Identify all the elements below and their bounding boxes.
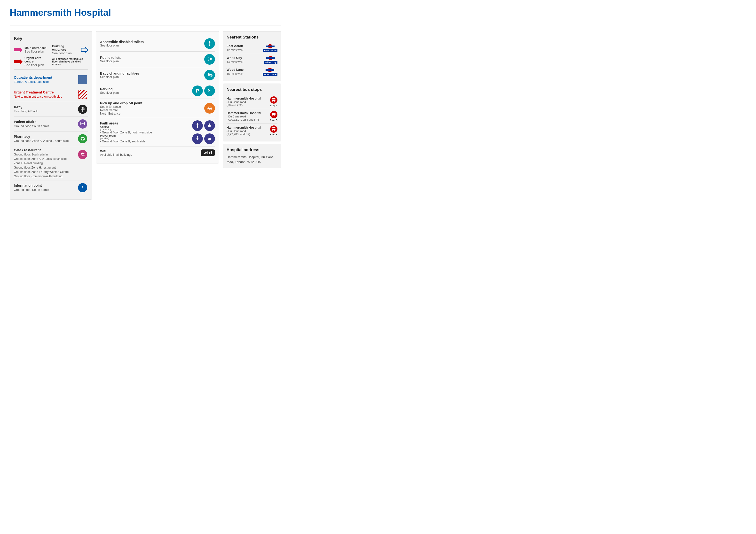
xray-row: X-ray First floor, A Block	[14, 102, 88, 117]
bus-stop-badge-0: Stop F	[270, 96, 278, 107]
pickup-sub3: North Entrance	[100, 112, 204, 115]
tube-badge-0: East Acton	[263, 44, 278, 52]
building-entrances-item: Building entrances See floor plan	[52, 44, 88, 55]
patient-affairs-row: Patient affairs Ground floor, South admi…	[14, 117, 88, 132]
station-name-0: East Acton	[227, 44, 243, 48]
address-text: Hammersmith Hospital, Du Cane road, Lond…	[227, 155, 278, 165]
key-panel: Key Main entrances See floor plan Buildi…	[10, 31, 92, 200]
svg-text:i: i	[82, 186, 83, 190]
patient-affairs-sub: Ground floor, South admin	[14, 124, 49, 128]
xray-sub: First floor, A Block	[14, 110, 38, 113]
building-entrances-label: Building entrances	[52, 44, 79, 51]
station-walk-2: 16 mins walk	[227, 72, 243, 76]
baby-changing-label: Baby changing facilities	[100, 71, 204, 75]
svg-text:PA: PA	[81, 123, 84, 125]
bus-stop-label-2: Stop E	[270, 133, 278, 136]
bus-circle-2	[270, 125, 278, 133]
wifi-badge: Wi-Fi	[201, 149, 215, 156]
accessible-toilets-icons	[204, 38, 215, 49]
tube-logo-1	[266, 56, 275, 61]
svg-point-31	[274, 101, 275, 102]
station-row-1: White City 14 mins walk White City	[227, 54, 278, 66]
urgent-care-label: Urgent care centre	[24, 57, 50, 63]
bus-routes-0: (70 and 272)	[227, 103, 261, 107]
svg-marker-0	[81, 47, 88, 53]
main-entrances-label: Main entrances	[24, 46, 46, 50]
public-toilets-icon	[204, 54, 215, 65]
baby-changing-icon	[204, 70, 215, 80]
svg-point-8	[209, 41, 210, 42]
svg-rect-24	[266, 45, 275, 47]
bus-routes-2: (7,72,283, and N7)	[227, 133, 261, 136]
info-point-circle-icon: i	[78, 183, 87, 192]
info-point-row: Information point Ground floor, South ad…	[14, 180, 88, 195]
public-toilets-sub: See floor plan	[100, 60, 204, 63]
svg-point-34	[272, 115, 273, 116]
faith-hands2-icon	[204, 134, 215, 144]
wifi-icons: Wi-Fi	[201, 149, 215, 156]
xray-circle-icon	[78, 105, 87, 114]
all-entrances-note: All entrances marked See floor plan have…	[52, 58, 88, 65]
parking-sub: See floor plan	[100, 91, 192, 94]
urgent-care-arrow-icon	[14, 59, 22, 64]
svg-point-38	[272, 130, 273, 131]
pharmacy-circle-icon	[78, 134, 87, 143]
bus-stop-label-1: Stop B	[270, 119, 278, 121]
accessible-toilets-icon	[204, 38, 215, 49]
pickup-sub1: South Entrance	[100, 105, 204, 109]
svg-point-22	[197, 136, 198, 138]
address-section: Hospital address Hammersmith Hospital, D…	[223, 144, 281, 168]
all-entrances-note-item: All entrances marked See floor plan have…	[52, 57, 88, 67]
pharmacy-label: Pharmacy	[14, 135, 77, 139]
tube-logo-0	[266, 44, 275, 49]
parking-p-icon: P	[192, 86, 203, 96]
tube-name-2: Wood Lane	[263, 73, 278, 76]
xray-icon	[77, 104, 88, 114]
bus-circle-0	[270, 96, 278, 104]
station-name-2: Wood Lane	[227, 68, 244, 71]
tube-badge-2: Wood Lane	[263, 67, 278, 76]
info-point-icon: i	[77, 182, 88, 193]
address-heading: Hospital address	[227, 147, 278, 152]
right-panel: Nearest Stations East Acton 12 mins walk…	[223, 31, 281, 170]
tube-name-0: East Acton	[263, 49, 278, 52]
accessible-toilets-label: Accessible disabled toilets	[100, 40, 204, 44]
svg-rect-21	[196, 125, 199, 125]
wifi-row: Wifi Available in all buildings Wi-Fi	[100, 147, 215, 159]
bus-road-0: - Du Cane road	[227, 100, 261, 103]
urgent-treatment-label: Urgent Treatment Centre	[14, 90, 77, 94]
key-heading: Key	[14, 36, 88, 41]
svg-text:P: P	[208, 89, 210, 93]
pickup-car-icon	[204, 103, 215, 114]
pickup-label: Pick up and drop off point	[100, 101, 204, 105]
bus-circle-1	[270, 111, 278, 118]
main-layout: Key Main entrances See floor plan Buildi…	[10, 31, 281, 200]
svg-rect-26	[266, 57, 275, 59]
parking-label: Parking	[100, 87, 192, 91]
pharmacy-sub: Ground floor, Zone A, A Block, south sid…	[14, 139, 69, 143]
info-point-label: Information point	[14, 184, 77, 188]
faith-prayer-loc: - Ground floor, Zone B, south side	[100, 140, 188, 143]
page-title: Hammersmith Hospital	[10, 7, 281, 18]
wifi-sub: Available in all buildings	[100, 153, 201, 156]
svg-point-17	[208, 109, 209, 110]
outpatients-icon	[77, 74, 88, 85]
middle-panel: Accessible disabled toilets See floor pl…	[96, 31, 219, 164]
bus-road-1: - Du Cane road	[227, 115, 261, 118]
bus-row-2: Hammersmith Hospital - Du Cane road (7,7…	[227, 123, 278, 138]
outpatients-label: Outpatients department	[14, 76, 77, 79]
faith-cross-icon	[192, 120, 203, 131]
bus-heading: Nearest bus stops	[227, 87, 278, 92]
urgent-treatment-icon	[77, 89, 88, 100]
svg-rect-6	[81, 156, 84, 156]
cafe-label: Cafe / restaurant	[14, 148, 77, 152]
station-walk-0: 12 mins walk	[227, 48, 243, 52]
cafe-row: Cafe / restaurant Ground floor, South ad…	[14, 146, 88, 180]
main-entrances-item: Main entrances See floor plan	[14, 44, 50, 55]
faith-prayer: Prayer room (Muslim)	[100, 134, 188, 140]
xray-label: X-ray	[14, 105, 77, 109]
public-toilets-icons	[204, 54, 215, 65]
baby-changing-sub: See floor plan	[100, 75, 204, 79]
svg-point-16	[208, 89, 209, 89]
faith-chapel-loc: - Ground floor, Zone B, north west side	[100, 131, 188, 134]
